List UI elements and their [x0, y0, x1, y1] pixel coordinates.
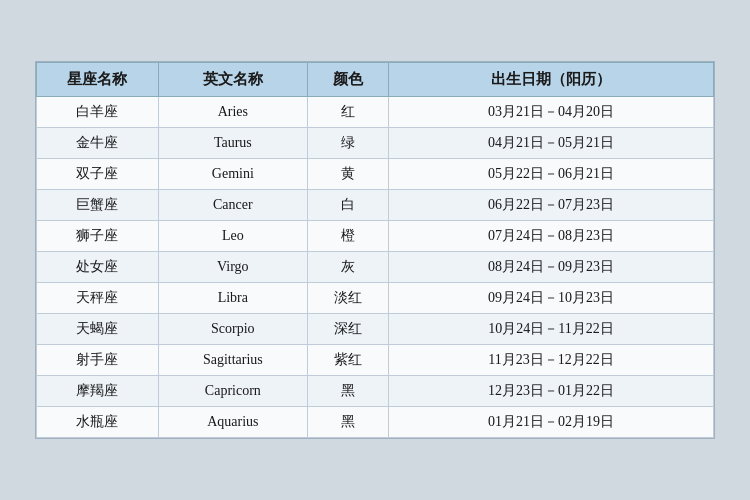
cell-date: 10月24日－11月22日: [389, 314, 714, 345]
cell-date: 11月23日－12月22日: [389, 345, 714, 376]
table-row: 天蝎座Scorpio深红10月24日－11月22日: [37, 314, 714, 345]
cell-date: 03月21日－04月20日: [389, 97, 714, 128]
cell-date: 08月24日－09月23日: [389, 252, 714, 283]
cell-date: 12月23日－01月22日: [389, 376, 714, 407]
cell-english: Sagittarius: [158, 345, 307, 376]
cell-date: 05月22日－06月21日: [389, 159, 714, 190]
cell-english: Aquarius: [158, 407, 307, 438]
cell-english: Scorpio: [158, 314, 307, 345]
table-row: 白羊座Aries红03月21日－04月20日: [37, 97, 714, 128]
cell-chinese: 水瓶座: [37, 407, 159, 438]
cell-color: 黑: [307, 407, 388, 438]
table-row: 双子座Gemini黄05月22日－06月21日: [37, 159, 714, 190]
header-color: 颜色: [307, 63, 388, 97]
cell-chinese: 天蝎座: [37, 314, 159, 345]
cell-chinese: 白羊座: [37, 97, 159, 128]
table-row: 巨蟹座Cancer白06月22日－07月23日: [37, 190, 714, 221]
table-row: 处女座Virgo灰08月24日－09月23日: [37, 252, 714, 283]
cell-color: 白: [307, 190, 388, 221]
cell-chinese: 金牛座: [37, 128, 159, 159]
header-chinese: 星座名称: [37, 63, 159, 97]
cell-date: 07月24日－08月23日: [389, 221, 714, 252]
header-english: 英文名称: [158, 63, 307, 97]
cell-date: 06月22日－07月23日: [389, 190, 714, 221]
cell-english: Virgo: [158, 252, 307, 283]
cell-color: 绿: [307, 128, 388, 159]
cell-chinese: 巨蟹座: [37, 190, 159, 221]
cell-english: Aries: [158, 97, 307, 128]
table-header-row: 星座名称 英文名称 颜色 出生日期（阳历）: [37, 63, 714, 97]
table-row: 射手座Sagittarius紫红11月23日－12月22日: [37, 345, 714, 376]
table-row: 水瓶座Aquarius黑01月21日－02月19日: [37, 407, 714, 438]
cell-color: 黑: [307, 376, 388, 407]
cell-date: 04月21日－05月21日: [389, 128, 714, 159]
cell-color: 灰: [307, 252, 388, 283]
cell-english: Gemini: [158, 159, 307, 190]
table-row: 狮子座Leo橙07月24日－08月23日: [37, 221, 714, 252]
table-row: 金牛座Taurus绿04月21日－05月21日: [37, 128, 714, 159]
table-row: 摩羯座Capricorn黑12月23日－01月22日: [37, 376, 714, 407]
cell-chinese: 天秤座: [37, 283, 159, 314]
cell-chinese: 双子座: [37, 159, 159, 190]
cell-english: Libra: [158, 283, 307, 314]
cell-chinese: 狮子座: [37, 221, 159, 252]
cell-color: 深红: [307, 314, 388, 345]
header-date: 出生日期（阳历）: [389, 63, 714, 97]
cell-date: 09月24日－10月23日: [389, 283, 714, 314]
cell-color: 紫红: [307, 345, 388, 376]
cell-english: Capricorn: [158, 376, 307, 407]
zodiac-table: 星座名称 英文名称 颜色 出生日期（阳历） 白羊座Aries红03月21日－04…: [36, 62, 714, 438]
cell-color: 橙: [307, 221, 388, 252]
cell-chinese: 处女座: [37, 252, 159, 283]
cell-chinese: 射手座: [37, 345, 159, 376]
cell-english: Taurus: [158, 128, 307, 159]
cell-date: 01月21日－02月19日: [389, 407, 714, 438]
cell-color: 黄: [307, 159, 388, 190]
zodiac-table-container: 星座名称 英文名称 颜色 出生日期（阳历） 白羊座Aries红03月21日－04…: [35, 61, 715, 439]
cell-color: 红: [307, 97, 388, 128]
cell-color: 淡红: [307, 283, 388, 314]
cell-english: Leo: [158, 221, 307, 252]
cell-english: Cancer: [158, 190, 307, 221]
cell-chinese: 摩羯座: [37, 376, 159, 407]
table-row: 天秤座Libra淡红09月24日－10月23日: [37, 283, 714, 314]
